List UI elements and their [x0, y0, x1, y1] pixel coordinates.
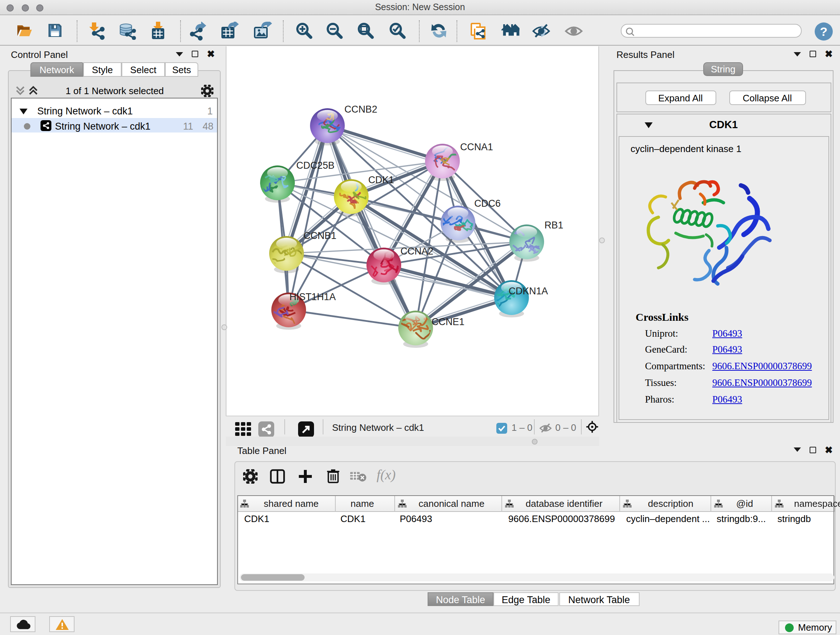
svg-text:RB1: RB1	[545, 219, 563, 230]
svg-text:?: ?	[820, 24, 828, 38]
svg-text:CDC6: CDC6	[474, 198, 501, 209]
svg-text:CCNB1: CCNB1	[303, 230, 336, 241]
svg-text:CDC25B: CDC25B	[296, 160, 335, 171]
svg-text:CDKN1A: CDKN1A	[508, 285, 548, 296]
svg-text:CDK1: CDK1	[368, 174, 394, 185]
svg-text:CCNB2: CCNB2	[344, 103, 377, 114]
svg-text:HIST1H1A: HIST1H1A	[289, 291, 336, 302]
svg-text:CCNA1: CCNA1	[460, 141, 493, 152]
svg-text:CCNE1: CCNE1	[431, 316, 464, 327]
svg-text:CCNA2: CCNA2	[401, 245, 433, 256]
